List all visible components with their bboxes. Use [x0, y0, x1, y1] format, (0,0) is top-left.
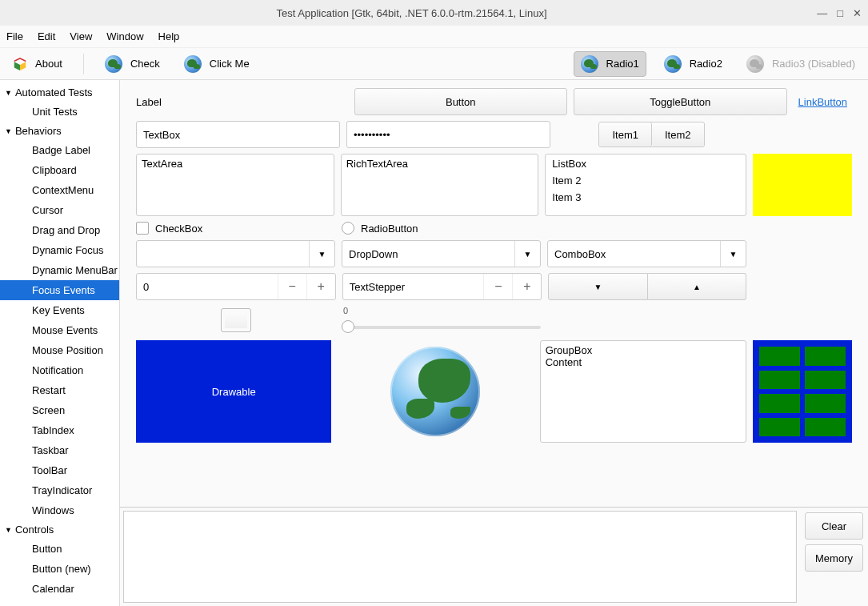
- clear-button[interactable]: Clear: [805, 512, 863, 540]
- close-icon[interactable]: ✕: [853, 7, 862, 19]
- sidebar-item[interactable]: Taskbar: [0, 440, 119, 460]
- combobox[interactable]: ComboBox▼: [547, 240, 746, 267]
- log-area[interactable]: [123, 511, 797, 603]
- toolbar-radio1[interactable]: Radio1: [574, 51, 646, 77]
- textarea[interactable]: TextArea: [136, 154, 334, 216]
- minus-icon[interactable]: −: [483, 274, 512, 299]
- drawable-surface[interactable]: Drawable: [136, 340, 331, 443]
- sidebar-item[interactable]: TabIndex: [0, 420, 119, 440]
- plus-icon[interactable]: +: [306, 274, 335, 299]
- toolbar-radio2-label: Radio2: [690, 58, 722, 70]
- globe-icon: [581, 55, 598, 73]
- radio-button[interactable]: RadioButton: [342, 222, 541, 235]
- checkbox-box-icon: [136, 222, 149, 235]
- slider[interactable]: 0: [342, 306, 541, 335]
- tree-group-controls[interactable]: ▼Controls: [0, 520, 119, 539]
- down-button[interactable]: ▼: [548, 273, 647, 300]
- segment-item1[interactable]: Item1: [599, 122, 652, 146]
- globe-icon: [390, 347, 480, 436]
- sidebar-item[interactable]: ContextMenu: [0, 180, 119, 200]
- sidebar-item[interactable]: Unit Tests: [0, 102, 119, 122]
- password-field[interactable]: ••••••••••: [346, 121, 550, 148]
- caret-down-icon: ▼: [5, 89, 12, 97]
- globe-icon: [664, 55, 682, 73]
- sidebar-item[interactable]: Button (new): [0, 559, 119, 579]
- toolbar-clickme[interactable]: Click Me: [178, 52, 256, 76]
- toolbar-check[interactable]: Check: [98, 52, 166, 76]
- sidebar-item[interactable]: Dynamic MenuBar: [0, 260, 119, 280]
- tree-group-behaviors[interactable]: ▼Behaviors: [0, 122, 119, 140]
- sidebar-item[interactable]: Button: [0, 539, 119, 559]
- sidebar-item[interactable]: Notification: [0, 360, 119, 380]
- up-button[interactable]: ▲: [648, 273, 746, 300]
- pixel-grid: [753, 340, 852, 443]
- combo-empty[interactable]: ▼: [136, 240, 335, 267]
- segment-item2[interactable]: Item2: [652, 122, 704, 146]
- toolbar-separator: [83, 54, 84, 74]
- textbox[interactable]: TextBox: [136, 121, 340, 148]
- sidebar-item[interactable]: Screen: [0, 400, 119, 420]
- sidebar-item[interactable]: Mouse Position: [0, 340, 119, 360]
- toggle-box[interactable]: [221, 308, 251, 332]
- list-item[interactable]: Item 3: [552, 191, 739, 203]
- toolbar-check-label: Check: [130, 58, 160, 70]
- maximize-icon[interactable]: □: [837, 7, 843, 19]
- caret-down-icon: ▼: [5, 127, 12, 135]
- text-stepper[interactable]: TextStepper−+: [342, 273, 542, 300]
- sidebar-item[interactable]: Focus Events: [0, 280, 119, 300]
- window-title: Test Application [Gtk, 64bit, .NET 6.0.0…: [6, 7, 817, 19]
- memory-button[interactable]: Memory: [805, 544, 863, 572]
- dropdown[interactable]: DropDown▼: [342, 240, 541, 267]
- toolbar-about-label: About: [35, 58, 62, 70]
- toolbar-radio2[interactable]: Radio2: [658, 52, 729, 76]
- richtextarea[interactable]: RichTextArea: [341, 154, 539, 216]
- tree-group-automated[interactable]: ▼Automated Tests: [0, 83, 119, 102]
- button[interactable]: Button: [354, 88, 568, 115]
- sidebar-item[interactable]: TrayIndicator: [0, 480, 119, 500]
- globe-icon: [746, 55, 764, 73]
- segmented-control: Item1 Item2: [598, 122, 704, 147]
- globe-icon: [105, 55, 122, 73]
- content: Label Button ToggleButton LinkButton Tex…: [120, 80, 868, 507]
- sidebar-item[interactable]: Dynamic Focus: [0, 240, 119, 260]
- toolbar: About Check Click Me Radio1 Radio2 Radio…: [0, 48, 868, 80]
- slider-thumb[interactable]: [342, 320, 354, 333]
- menu-file[interactable]: File: [6, 30, 23, 42]
- globe-icon: [184, 55, 202, 73]
- chevron-down-icon: ▼: [720, 241, 746, 267]
- sidebar-item[interactable]: ToolBar: [0, 460, 119, 480]
- toolbar-about[interactable]: About: [6, 54, 69, 74]
- numeric-stepper[interactable]: 0−+: [136, 273, 336, 300]
- chevron-down-icon: ▼: [514, 241, 540, 267]
- menu-view[interactable]: View: [70, 30, 92, 42]
- menu-edit[interactable]: Edit: [38, 30, 55, 42]
- sidebar-item[interactable]: Calendar: [0, 579, 119, 599]
- sidebar-item[interactable]: Badge Label: [0, 140, 119, 160]
- menu-help[interactable]: Help: [158, 30, 180, 42]
- sidebar-item[interactable]: Clipboard: [0, 160, 119, 180]
- listbox[interactable]: ListBox Item 2 Item 3: [545, 154, 746, 216]
- sidebar-item[interactable]: Cursor: [0, 200, 119, 220]
- groupbox-title: GroupBox: [546, 344, 741, 356]
- caret-down-icon: ▼: [5, 526, 12, 534]
- groupbox-content: Content: [546, 356, 741, 368]
- sidebar-item[interactable]: Restart: [0, 380, 119, 400]
- minus-icon[interactable]: −: [278, 274, 306, 299]
- toggle-button[interactable]: ToggleButton: [574, 88, 787, 115]
- sidebar-item[interactable]: Windows: [0, 500, 119, 520]
- checkbox[interactable]: CheckBox: [136, 222, 335, 235]
- titlebar: Test Application [Gtk, 64bit, .NET 6.0.0…: [0, 0, 868, 26]
- plus-icon[interactable]: +: [512, 274, 541, 299]
- list-item[interactable]: Item 2: [552, 175, 739, 187]
- menu-window[interactable]: Window: [106, 30, 143, 42]
- cube-icon: [13, 57, 27, 71]
- sidebar-item[interactable]: Drag and Drop: [0, 220, 119, 240]
- sidebar-item[interactable]: Key Events: [0, 300, 119, 320]
- updown-control: ▼▲: [548, 273, 746, 300]
- sidebar-item[interactable]: Mouse Events: [0, 320, 119, 340]
- slider-track: [342, 326, 541, 329]
- minimize-icon[interactable]: —: [817, 7, 827, 19]
- list-item[interactable]: ListBox: [552, 158, 739, 170]
- sidebar[interactable]: ▼Automated Tests Unit Tests ▼Behaviors B…: [0, 80, 120, 606]
- link-button[interactable]: LinkButton: [794, 91, 852, 113]
